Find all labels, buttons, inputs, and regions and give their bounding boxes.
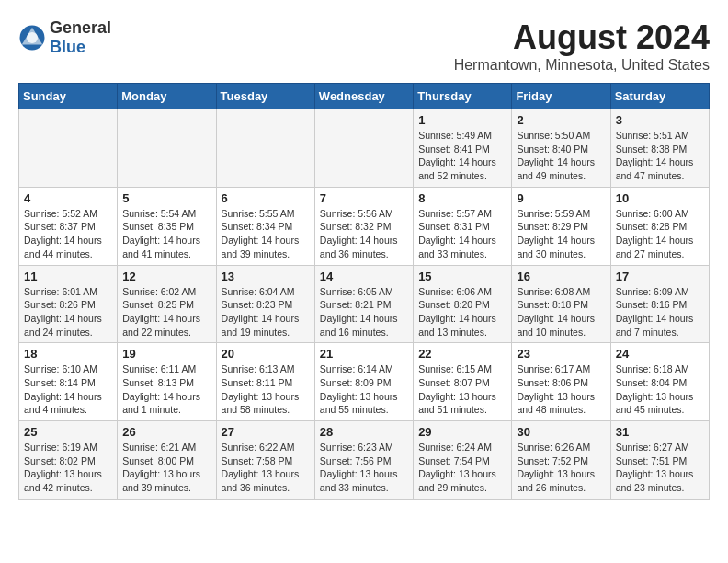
day-cell: 2Sunrise: 5:50 AM Sunset: 8:40 PM Daylig…	[512, 109, 610, 188]
day-cell: 17Sunrise: 6:09 AM Sunset: 8:16 PM Dayli…	[610, 265, 709, 343]
week-row-5: 25Sunrise: 6:19 AM Sunset: 8:02 PM Dayli…	[19, 421, 710, 500]
day-number: 3	[616, 113, 704, 127]
day-cell: 25Sunrise: 6:19 AM Sunset: 8:02 PM Dayli…	[19, 421, 118, 500]
day-cell: 13Sunrise: 6:04 AM Sunset: 8:23 PM Dayli…	[216, 265, 314, 343]
week-row-2: 4Sunrise: 5:52 AM Sunset: 8:37 PM Daylig…	[19, 187, 710, 265]
day-cell: 10Sunrise: 6:00 AM Sunset: 8:28 PM Dayli…	[610, 187, 709, 265]
day-number: 28	[320, 425, 408, 439]
day-cell: 11Sunrise: 6:01 AM Sunset: 8:26 PM Dayli…	[19, 265, 118, 343]
week-row-3: 11Sunrise: 6:01 AM Sunset: 8:26 PM Dayli…	[19, 265, 710, 343]
day-number: 10	[616, 191, 704, 205]
logo-blue-text: Blue	[50, 38, 111, 57]
day-number: 20	[222, 347, 310, 361]
day-cell: 16Sunrise: 6:08 AM Sunset: 8:18 PM Dayli…	[512, 265, 610, 343]
day-info: Sunrise: 6:23 AM Sunset: 7:56 PM Dayligh…	[320, 441, 408, 495]
day-number: 1	[418, 113, 506, 127]
day-info: Sunrise: 6:02 AM Sunset: 8:25 PM Dayligh…	[122, 285, 210, 339]
day-number: 25	[24, 425, 112, 439]
day-info: Sunrise: 5:54 AM Sunset: 8:35 PM Dayligh…	[122, 207, 210, 261]
logo-general-text: General	[50, 18, 111, 38]
day-info: Sunrise: 6:09 AM Sunset: 8:16 PM Dayligh…	[616, 285, 704, 339]
day-info: Sunrise: 5:50 AM Sunset: 8:40 PM Dayligh…	[517, 129, 605, 183]
day-number: 2	[517, 113, 605, 127]
day-number: 14	[320, 270, 408, 283]
day-cell: 27Sunrise: 6:22 AM Sunset: 7:58 PM Dayli…	[216, 421, 314, 500]
logo-icon	[18, 24, 46, 52]
day-info: Sunrise: 6:24 AM Sunset: 7:54 PM Dayligh…	[418, 441, 506, 495]
day-info: Sunrise: 6:14 AM Sunset: 8:09 PM Dayligh…	[320, 362, 408, 417]
week-row-4: 18Sunrise: 6:10 AM Sunset: 8:14 PM Dayli…	[19, 343, 710, 421]
day-info: Sunrise: 6:13 AM Sunset: 8:11 PM Dayligh…	[222, 362, 310, 417]
title-block: August 2024 Hermantown, Minnesota, Unite…	[454, 18, 710, 74]
day-info: Sunrise: 5:49 AM Sunset: 8:41 PM Dayligh…	[418, 129, 506, 183]
day-number: 24	[616, 347, 704, 361]
day-cell	[314, 109, 413, 188]
day-cell: 6Sunrise: 5:55 AM Sunset: 8:34 PM Daylig…	[216, 187, 314, 265]
day-info: Sunrise: 6:11 AM Sunset: 8:13 PM Dayligh…	[122, 362, 210, 417]
day-number: 12	[122, 270, 210, 283]
day-number: 16	[517, 270, 605, 283]
day-info: Sunrise: 6:06 AM Sunset: 8:20 PM Dayligh…	[418, 285, 506, 339]
day-info: Sunrise: 5:56 AM Sunset: 8:32 PM Dayligh…	[320, 207, 408, 261]
day-cell: 7Sunrise: 5:56 AM Sunset: 8:32 PM Daylig…	[314, 187, 413, 265]
day-cell: 28Sunrise: 6:23 AM Sunset: 7:56 PM Dayli…	[314, 421, 413, 500]
day-number: 21	[320, 347, 408, 361]
day-cell	[19, 109, 118, 188]
day-cell: 29Sunrise: 6:24 AM Sunset: 7:54 PM Dayli…	[414, 421, 512, 500]
day-info: Sunrise: 6:22 AM Sunset: 7:58 PM Dayligh…	[222, 441, 310, 495]
day-cell: 23Sunrise: 6:17 AM Sunset: 8:06 PM Dayli…	[512, 343, 610, 421]
day-info: Sunrise: 5:57 AM Sunset: 8:31 PM Dayligh…	[418, 207, 506, 261]
day-header-thursday: Thursday	[414, 84, 512, 109]
day-cell: 22Sunrise: 6:15 AM Sunset: 8:07 PM Dayli…	[414, 343, 512, 421]
day-cell: 12Sunrise: 6:02 AM Sunset: 8:25 PM Dayli…	[118, 265, 216, 343]
day-info: Sunrise: 5:55 AM Sunset: 8:34 PM Dayligh…	[222, 207, 310, 261]
day-number: 8	[418, 191, 506, 205]
day-cell: 4Sunrise: 5:52 AM Sunset: 8:37 PM Daylig…	[19, 187, 118, 265]
day-info: Sunrise: 6:01 AM Sunset: 8:26 PM Dayligh…	[24, 285, 112, 339]
day-header-wednesday: Wednesday	[314, 84, 413, 109]
day-cell	[118, 109, 216, 188]
day-info: Sunrise: 6:18 AM Sunset: 8:04 PM Dayligh…	[616, 362, 704, 417]
day-number: 13	[222, 270, 310, 283]
day-cell: 21Sunrise: 6:14 AM Sunset: 8:09 PM Dayli…	[314, 343, 413, 421]
day-header-monday: Monday	[118, 84, 216, 109]
day-cell: 15Sunrise: 6:06 AM Sunset: 8:20 PM Dayli…	[414, 265, 512, 343]
day-info: Sunrise: 6:21 AM Sunset: 8:00 PM Dayligh…	[122, 441, 210, 495]
day-info: Sunrise: 6:17 AM Sunset: 8:06 PM Dayligh…	[517, 362, 605, 417]
day-cell: 31Sunrise: 6:27 AM Sunset: 7:51 PM Dayli…	[610, 421, 709, 500]
day-cell: 19Sunrise: 6:11 AM Sunset: 8:13 PM Dayli…	[118, 343, 216, 421]
day-number: 19	[122, 347, 210, 361]
logo-text: General Blue	[50, 18, 111, 57]
day-cell: 1Sunrise: 5:49 AM Sunset: 8:41 PM Daylig…	[414, 109, 512, 188]
day-number: 26	[122, 425, 210, 439]
day-cell: 30Sunrise: 6:26 AM Sunset: 7:52 PM Dayli…	[512, 421, 610, 500]
day-cell: 3Sunrise: 5:51 AM Sunset: 8:38 PM Daylig…	[610, 109, 709, 188]
day-info: Sunrise: 6:10 AM Sunset: 8:14 PM Dayligh…	[24, 362, 112, 417]
day-number: 31	[616, 425, 704, 439]
day-cell: 5Sunrise: 5:54 AM Sunset: 8:35 PM Daylig…	[118, 187, 216, 265]
header-row: SundayMondayTuesdayWednesdayThursdayFrid…	[19, 84, 710, 109]
day-info: Sunrise: 6:19 AM Sunset: 8:02 PM Dayligh…	[24, 441, 112, 495]
location-text: Hermantown, Minnesota, United States	[454, 57, 710, 74]
day-cell: 18Sunrise: 6:10 AM Sunset: 8:14 PM Dayli…	[19, 343, 118, 421]
day-number: 4	[24, 191, 112, 205]
calendar-table: SundayMondayTuesdayWednesdayThursdayFrid…	[18, 83, 710, 500]
day-info: Sunrise: 5:51 AM Sunset: 8:38 PM Dayligh…	[616, 129, 704, 183]
day-cell: 9Sunrise: 5:59 AM Sunset: 8:29 PM Daylig…	[512, 187, 610, 265]
day-cell: 8Sunrise: 5:57 AM Sunset: 8:31 PM Daylig…	[414, 187, 512, 265]
day-info: Sunrise: 5:52 AM Sunset: 8:37 PM Dayligh…	[24, 207, 112, 261]
day-cell: 14Sunrise: 6:05 AM Sunset: 8:21 PM Dayli…	[314, 265, 413, 343]
month-title: August 2024	[454, 18, 710, 57]
day-cell: 20Sunrise: 6:13 AM Sunset: 8:11 PM Dayli…	[216, 343, 314, 421]
day-cell	[216, 109, 314, 188]
day-header-saturday: Saturday	[610, 84, 709, 109]
day-number: 5	[122, 191, 210, 205]
week-row-1: 1Sunrise: 5:49 AM Sunset: 8:41 PM Daylig…	[19, 109, 710, 188]
day-info: Sunrise: 6:00 AM Sunset: 8:28 PM Dayligh…	[616, 207, 704, 261]
day-cell: 24Sunrise: 6:18 AM Sunset: 8:04 PM Dayli…	[610, 343, 709, 421]
day-number: 27	[222, 425, 310, 439]
day-cell: 26Sunrise: 6:21 AM Sunset: 8:00 PM Dayli…	[118, 421, 216, 500]
day-number: 23	[517, 347, 605, 361]
day-info: Sunrise: 6:05 AM Sunset: 8:21 PM Dayligh…	[320, 285, 408, 339]
day-number: 18	[24, 347, 112, 361]
